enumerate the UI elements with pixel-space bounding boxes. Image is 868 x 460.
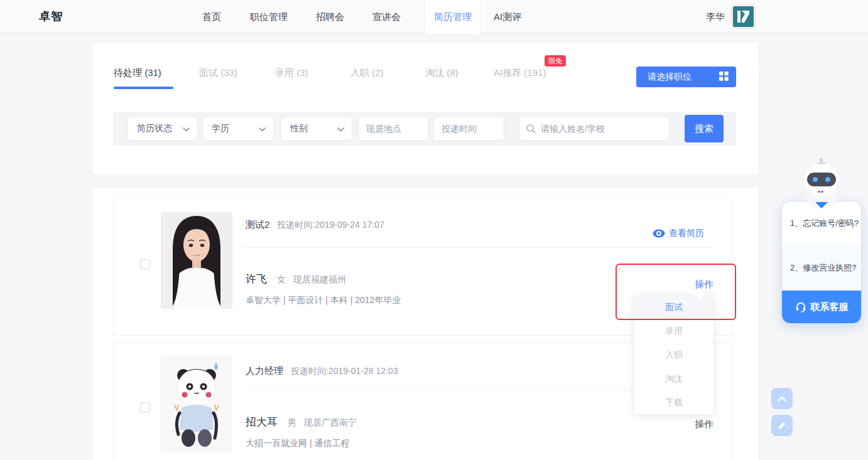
- filter-education-label: 学历: [212, 123, 229, 134]
- menu-item-interview[interactable]: 面试: [634, 295, 713, 319]
- candidate-1-name: 许飞: [246, 272, 267, 286]
- filter-education-select[interactable]: 学历: [202, 117, 274, 141]
- feedback-edit-button[interactable]: [771, 415, 793, 436]
- candidate-1-checkbox[interactable]: [140, 259, 150, 269]
- candidate-2-action-button[interactable]: 操作: [676, 419, 713, 431]
- search-field: [519, 117, 670, 141]
- action-dropdown-menu: 面试 录用 入职 淘汰 下载: [634, 295, 713, 414]
- tab-hired[interactable]: 录用 (3): [275, 67, 308, 79]
- tab-interview[interactable]: 面试 (33): [199, 67, 237, 79]
- filter-gender-select[interactable]: 性别: [281, 117, 352, 141]
- candidate-1-title-row: 测试2 投递时间:2019-09-24 17:07: [246, 219, 384, 231]
- tab-rejected[interactable]: 淘汰 (8): [425, 67, 458, 79]
- assistant-bubble: 1、忘记账号/密码? 2、修改营业执照? 联系客服: [781, 201, 862, 324]
- page-canvas: 卓智 首页 职位管理 招聘会 宣讲会 简历管理 AI测评 李华 待处理 (31)…: [0, 0, 868, 460]
- candidate-1-action-button[interactable]: 操作: [676, 279, 713, 291]
- active-tab-underline: [114, 87, 173, 89]
- nav-item-jobs[interactable]: 职位管理: [250, 0, 288, 33]
- select-job-label: 请选择职位: [648, 72, 692, 83]
- search-input[interactable]: [541, 124, 663, 134]
- card-divider: [243, 247, 713, 248]
- headset-icon: [795, 301, 806, 313]
- filter-resume-status-select[interactable]: 简历状态: [127, 117, 198, 141]
- nav-item-resumes-active[interactable]: 简历管理: [425, 0, 481, 34]
- candidate-1-position: 测试2: [246, 219, 269, 231]
- candidate-2-name-row: 招大耳 男 现居广西南宁: [246, 415, 357, 429]
- view-resume-link[interactable]: 查看简历: [653, 228, 704, 239]
- search-button[interactable]: 搜索: [685, 115, 724, 142]
- nav-item-ai-test[interactable]: AI测评: [494, 0, 521, 33]
- resume-toolbar-panel: 待处理 (31) 面试 (33) 录用 (3) 入职 (2) 淘汰 (8) AI…: [93, 43, 758, 174]
- candidate-1-photo: [161, 212, 232, 309]
- chevron-down-icon: [183, 124, 190, 134]
- nav-item-jobfair[interactable]: 招聘会: [316, 0, 344, 33]
- filter-resume-status-label: 简历状态: [137, 123, 172, 134]
- top-nav: 卓智 首页 职位管理 招聘会 宣讲会 简历管理 AI测评 李华: [0, 0, 868, 33]
- candidate-2-residence: 现居广西南宁: [304, 417, 357, 429]
- candidate-1-details: 卓智大学 | 平面设计 | 本科 | 2012年毕业: [246, 295, 401, 306]
- menu-item-onboard[interactable]: 入职: [634, 343, 713, 366]
- menu-item-hire[interactable]: 录用: [634, 319, 713, 343]
- scroll-to-top-button[interactable]: [771, 388, 793, 409]
- eye-icon: [653, 229, 665, 238]
- chevron-up-icon: [778, 396, 786, 402]
- candidate-2-details: 大招一百就业网 | 通信工程: [246, 438, 349, 449]
- tab-onboard[interactable]: 入职 (2): [350, 67, 384, 79]
- tab-pending[interactable]: 待处理 (31): [114, 67, 161, 79]
- grid-icon: [719, 72, 729, 83]
- candidate-2-photo: [161, 355, 232, 452]
- faq-item-edit-license[interactable]: 2、修改营业执照?: [782, 246, 861, 291]
- filter-apply-time-field: [433, 117, 504, 141]
- candidate-2-apply-time: 投递时间:2019-01-28 12:03: [291, 366, 398, 377]
- filter-gender-label: 性别: [290, 123, 308, 134]
- candidate-1-apply-time: 投递时间:2019-09-24 17:07: [277, 220, 384, 231]
- free-badge: 限免: [545, 55, 566, 67]
- candidate-2-position: 人力经理: [246, 365, 283, 377]
- assistant-robot-icon[interactable]: [793, 157, 850, 211]
- filter-bar: 简历状态 学历 性别: [113, 112, 736, 146]
- chevron-down-icon: [337, 124, 344, 134]
- nav-item-talks[interactable]: 宣讲会: [372, 0, 401, 33]
- user-name[interactable]: 李华: [706, 0, 725, 33]
- apply-time-input[interactable]: [442, 124, 496, 134]
- candidate-2-gender: 男: [288, 417, 296, 429]
- candidate-2-title-row: 人力经理 投递时间:2019-01-28 12:03: [246, 365, 398, 377]
- candidate-1-name-row: 许飞 女 现居福建福州: [246, 272, 346, 286]
- chevron-down-icon: [259, 124, 266, 134]
- pencil-icon: [778, 421, 786, 430]
- nav-item-home[interactable]: 首页: [202, 0, 221, 33]
- candidate-2-name: 招大耳: [246, 415, 278, 429]
- candidate-2-checkbox[interactable]: [140, 402, 150, 412]
- tab-ai-recommend[interactable]: AI推荐 (191): [494, 67, 546, 79]
- candidate-1-residence: 现居福建福州: [293, 274, 346, 286]
- filter-location-field: [358, 117, 428, 141]
- select-job-button[interactable]: 请选择职位: [636, 67, 736, 87]
- company-logo-icon[interactable]: [733, 6, 754, 27]
- view-resume-label: 查看简历: [669, 228, 704, 239]
- menu-item-reject[interactable]: 淘汰: [634, 366, 713, 390]
- search-icon: [526, 124, 536, 134]
- location-input[interactable]: [366, 124, 420, 134]
- contact-support-label: 联系客服: [811, 301, 849, 313]
- candidate-1-gender: 女: [277, 274, 286, 286]
- contact-support-button[interactable]: 联系客服: [782, 291, 861, 323]
- menu-item-download[interactable]: 下载: [634, 390, 713, 414]
- brand-logo: 卓智: [39, 0, 63, 33]
